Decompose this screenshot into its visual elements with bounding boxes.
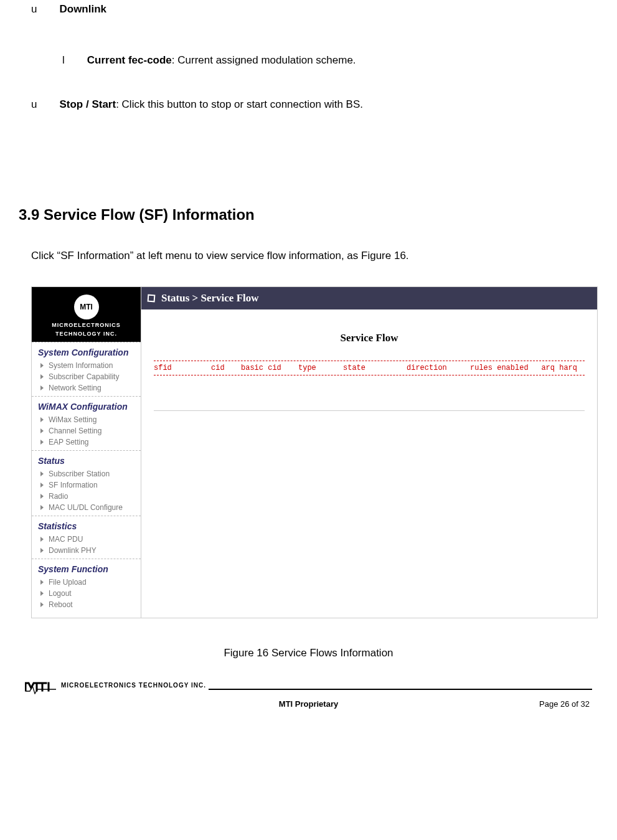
chevron-right-icon: [40, 505, 44, 510]
footer-logo: MICROELECTRONICS TECHNOLOGY INC.: [25, 677, 206, 694]
col-rules-enabled: rules enabled: [470, 364, 532, 372]
footer-page-number: Page 26 of 32: [502, 699, 590, 709]
footer-rule: [209, 689, 592, 690]
nav-item-label: SF Information: [49, 481, 98, 489]
col-type: type: [298, 364, 336, 372]
nav-item-radio[interactable]: Radio: [38, 491, 134, 502]
chevron-right-icon: [40, 548, 44, 553]
content-panel: Status > Service Flow Service Flow sfid …: [141, 287, 597, 618]
nav-item-subscriber-station[interactable]: Subscriber Station: [38, 468, 134, 479]
list-item-bold: Current fec-code: [87, 54, 172, 66]
col-cid: cid: [211, 364, 233, 372]
nav-item-label: Network Setting: [49, 384, 101, 392]
nav-item-label: System Information: [49, 361, 113, 370]
divider: [154, 375, 585, 375]
logo-badge: MTI: [74, 295, 99, 319]
sidebar: MTI MICROELECTRONICS TECHNOLOGY INC. Sys…: [32, 287, 141, 618]
list-item-bold: Stop / Start: [59, 98, 116, 110]
col-sfid: sfid: [154, 364, 204, 372]
figure-caption: Figure 16 Service Flows Information: [19, 647, 598, 659]
logo-block: MTI MICROELECTRONICS TECHNOLOGY INC.: [32, 287, 141, 342]
nav-item-network-setting[interactable]: Network Setting: [38, 382, 134, 394]
bullet-mark: u: [31, 1, 37, 17]
nav-section-wimax-config: WiMAX Configuration WiMax Setting Channe…: [32, 396, 141, 450]
section-paragraph: Click “SF Information” at left menu to v…: [31, 247, 598, 264]
nav-item-label: EAP Setting: [49, 438, 89, 446]
nav-heading: Status: [38, 456, 134, 466]
nav-item-label: Logout: [49, 589, 72, 598]
nav-item-mac-uldl-config[interactable]: MAC UL/DL Configure: [38, 502, 134, 513]
nav-item-channel-setting[interactable]: Channel Setting: [38, 425, 134, 437]
chevron-right-icon: [40, 374, 44, 379]
nav-item-label: Channel Setting: [49, 427, 101, 435]
chevron-right-icon: [40, 471, 44, 476]
col-state: state: [343, 364, 399, 372]
chevron-right-icon: [40, 428, 44, 433]
nav-heading: WiMAX Configuration: [38, 402, 134, 412]
nav-item-label: MAC UL/DL Configure: [49, 503, 123, 512]
chevron-right-icon: [40, 580, 44, 585]
nav-item-downlink-phy[interactable]: Downlink PHY: [38, 545, 134, 556]
footer-logo-text: MICROELECTRONICS TECHNOLOGY INC.: [61, 682, 206, 689]
embedded-screenshot: MTI MICROELECTRONICS TECHNOLOGY INC. Sys…: [31, 286, 598, 618]
mti-logo-icon: [25, 677, 57, 694]
breadcrumb-bar: Status > Service Flow: [141, 287, 597, 309]
list-item-rest: : Current assigned modulation scheme.: [172, 54, 356, 66]
nav-item-sf-information[interactable]: SF Information: [38, 479, 134, 491]
bullet-mark: l: [62, 52, 65, 68]
chevron-right-icon: [40, 494, 44, 499]
nav-item-wimax-setting[interactable]: WiMax Setting: [38, 414, 134, 425]
nav-section-statistics: Statistics MAC PDU Downlink PHY: [32, 516, 141, 559]
nav-item-file-upload[interactable]: File Upload: [38, 577, 134, 588]
nav-item-eap-setting[interactable]: EAP Setting: [38, 437, 134, 448]
chevron-right-icon: [40, 483, 44, 488]
col-basic-cid: basic cid: [241, 364, 291, 372]
nav-section-system-config: System Configuration System Information …: [32, 342, 141, 396]
page-footer: MICROELECTRONICS TECHNOLOGY INC. MTI Pro…: [19, 677, 598, 709]
list-item-feccode: l Current fec-code: Current assigned mod…: [62, 52, 598, 68]
panel-title: Service Flow: [154, 332, 585, 344]
nav-item-reboot[interactable]: Reboot: [38, 599, 134, 610]
nav-item-label: MAC PDU: [49, 535, 83, 544]
bullet-mark: u: [31, 97, 37, 113]
nav-item-label: Subscriber Station: [49, 470, 110, 478]
nav-section-system-function: System Function File Upload Logout Reboo…: [32, 559, 141, 613]
chevron-right-icon: [40, 417, 44, 422]
breadcrumb-text: Status > Service Flow: [161, 292, 259, 304]
chevron-right-icon: [40, 363, 44, 368]
chevron-right-icon: [40, 591, 44, 596]
logo-subtext: TECHNOLOGY INC.: [37, 331, 136, 337]
nav-item-logout[interactable]: Logout: [38, 588, 134, 599]
nav-section-status: Status Subscriber Station SF Information…: [32, 450, 141, 516]
chevron-right-icon: [40, 440, 44, 445]
nav-item-label: Downlink PHY: [49, 546, 97, 555]
col-direction: direction: [407, 364, 463, 372]
list-item-bold: Downlink: [59, 3, 106, 15]
section-heading: 3.9 Service Flow (SF) Information: [19, 206, 598, 224]
nav-heading: System Function: [38, 564, 134, 574]
nav-heading: System Configuration: [38, 347, 134, 357]
nav-item-subscriber-capability[interactable]: Subscriber Capability: [38, 371, 134, 382]
square-icon: [148, 294, 156, 302]
col-arq-harq: arq harq: [540, 364, 577, 372]
list-item-downlink: u Downlink: [31, 1, 598, 17]
chevron-right-icon: [40, 385, 44, 390]
chevron-right-icon: [40, 537, 44, 542]
nav-item-label: Subscriber Capability: [49, 372, 119, 381]
list-item-stopstart: u Stop / Start: Click this button to sto…: [31, 97, 598, 113]
list-item-rest: : Click this button to stop or start con…: [116, 98, 363, 110]
nav-item-system-information[interactable]: System Information: [38, 360, 134, 371]
nav-heading: Statistics: [38, 521, 134, 531]
logo-subtext: MICROELECTRONICS: [37, 322, 136, 328]
nav-item-label: Reboot: [49, 600, 73, 609]
nav-item-label: Radio: [49, 492, 68, 501]
nav-item-label: WiMax Setting: [49, 415, 97, 424]
nav-item-label: File Upload: [49, 578, 87, 587]
footer-center-text: MTI Proprietary: [115, 699, 502, 709]
sf-table-header: sfid cid basic cid type state direction …: [154, 361, 585, 375]
nav-item-mac-pdu[interactable]: MAC PDU: [38, 534, 134, 545]
chevron-right-icon: [40, 602, 44, 607]
